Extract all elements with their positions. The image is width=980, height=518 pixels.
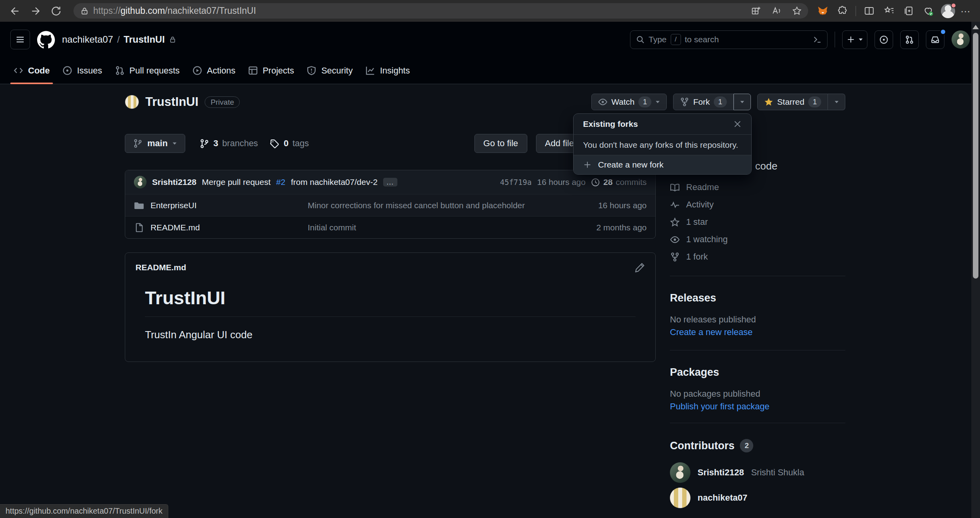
create-new-fork-button[interactable]: Create a new fork — [574, 155, 751, 174]
create-release-link[interactable]: Create a new release — [670, 327, 845, 337]
commit-pr-link[interactable]: #2 — [276, 177, 285, 187]
commit-author-avatar[interactable] — [134, 176, 147, 188]
contributor-row[interactable]: Srishti2128 Srishti Shukla — [670, 461, 845, 484]
metamask-extension-button[interactable] — [814, 2, 832, 20]
folder-icon — [134, 200, 144, 211]
workspaces-button[interactable] — [747, 4, 764, 18]
breadcrumb-repo-link[interactable]: TrustInUI — [124, 34, 165, 45]
star-dropdown-button[interactable] — [828, 94, 845, 110]
contributor-avatar[interactable] — [670, 488, 690, 508]
sidebar-item-forks[interactable]: 1 fork — [670, 248, 845, 266]
address-bar[interactable]: https://github.com/nachiketa07/TrustInUI — [73, 3, 808, 19]
split-screen-button[interactable] — [860, 2, 878, 20]
breadcrumb: nachiketa07 / TrustInUI — [62, 34, 177, 45]
lock-icon — [80, 6, 89, 16]
commit-ellipsis-button[interactable]: … — [383, 178, 397, 186]
browser-essentials-button[interactable] — [919, 2, 937, 20]
commit-message-tail[interactable]: from nachiketa07/dev-2 — [291, 177, 377, 187]
git-branch-icon — [133, 139, 143, 148]
packages-heading[interactable]: Packages — [670, 366, 845, 379]
releases-heading[interactable]: Releases — [670, 292, 845, 304]
tab-code[interactable]: Code — [7, 57, 56, 84]
url-path: /nachiketa07/TrustInUI — [165, 6, 256, 16]
create-fork-label: Create a new fork — [598, 160, 664, 170]
edit-pencil-icon[interactable] — [635, 262, 645, 273]
github-logo-icon[interactable] — [37, 31, 55, 49]
commit-author[interactable]: Srishti2128 — [152, 177, 196, 187]
commit-hash[interactable]: 45f719a — [500, 178, 532, 186]
pull-requests-button[interactable] — [900, 30, 919, 49]
contributors-heading[interactable]: Contributors — [670, 440, 734, 452]
search-input[interactable]: Type / to search — [630, 30, 828, 49]
user-avatar-button[interactable] — [952, 30, 970, 49]
tab-pull-requests[interactable]: Pull requests — [109, 57, 186, 84]
tab-projects[interactable]: Projects — [242, 57, 300, 84]
branch-selector[interactable]: main — [125, 134, 185, 153]
create-new-button[interactable] — [842, 30, 867, 49]
close-icon[interactable] — [733, 120, 742, 128]
go-to-file-button[interactable]: Go to file — [474, 134, 527, 153]
git-pull-request-icon — [905, 35, 914, 44]
browser-refresh-button[interactable] — [47, 2, 66, 20]
file-row[interactable]: EnterpriseUI Minor corrections for misse… — [125, 194, 655, 216]
tags-link[interactable]: 0 tags — [270, 138, 309, 149]
issues-button[interactable] — [875, 30, 893, 49]
read-aloud-button[interactable] — [768, 4, 784, 18]
extensions-button[interactable] — [833, 2, 852, 20]
collections-button[interactable] — [880, 2, 898, 20]
file-row[interactable]: README.md Initial commit 2 months ago — [125, 216, 655, 238]
tab-actions[interactable]: Actions — [186, 57, 242, 84]
contributor-avatar[interactable] — [670, 462, 690, 483]
tab-issues[interactable]: Issues — [56, 57, 109, 84]
file-commit-message[interactable]: Minor corrections for missed cancel butt… — [308, 201, 564, 210]
repo-title[interactable]: TrustInUI — [145, 95, 198, 109]
file-name[interactable]: README.md — [150, 223, 200, 232]
book-icon — [670, 183, 680, 192]
file-name[interactable]: EnterpriseUI — [150, 201, 197, 210]
sidebar-item-readme[interactable]: Readme — [670, 179, 845, 196]
branches-link[interactable]: 3 branches — [199, 138, 258, 149]
commit-history-link[interactable]: 28 commits — [591, 177, 647, 187]
browser-settings-menu-button[interactable]: … — [959, 3, 974, 19]
contributor-login[interactable]: nachiketa07 — [698, 493, 747, 503]
favorite-star-button[interactable] — [788, 4, 805, 18]
commit-message[interactable]: Merge pull request — [202, 177, 271, 187]
browser-profile-button[interactable] — [939, 2, 957, 20]
history-clock-icon — [591, 178, 600, 187]
back-arrow-icon — [9, 5, 21, 17]
sidebar-item-activity[interactable]: Activity — [670, 196, 845, 213]
contributor-login[interactable]: Srishti2128 — [698, 467, 744, 478]
watch-button[interactable]: Watch 1 — [591, 94, 667, 110]
sidebar-item-label: Readme — [686, 182, 719, 192]
sidebar-divider — [670, 350, 845, 350]
fork-button[interactable]: Fork 1 — [673, 94, 734, 110]
star-outline-icon — [792, 6, 802, 16]
scrollbar-thumb[interactable] — [973, 33, 978, 279]
page-scrollbar[interactable] — [971, 22, 980, 518]
browser-forward-button[interactable] — [26, 2, 45, 20]
publish-package-link[interactable]: Publish your first package — [670, 401, 845, 412]
tab-security[interactable]: Security — [300, 57, 359, 84]
sidebar-item-watching[interactable]: 1 watching — [670, 231, 845, 248]
tab-insights[interactable]: Insights — [359, 57, 416, 84]
tab-label: Code — [28, 66, 50, 76]
starred-button[interactable]: Starred 1 — [757, 94, 828, 110]
readme-filename[interactable]: README.md — [135, 263, 186, 272]
extensions-puzzle-icon — [837, 5, 848, 17]
repo-page: TrustInUI Private Watch 1 Fork 1 — [0, 84, 980, 518]
notification-dot — [940, 29, 946, 35]
file-commit-time: 2 months ago — [564, 223, 647, 232]
notifications-inbox-button[interactable] — [926, 30, 944, 49]
global-nav-menu-button[interactable] — [10, 30, 30, 49]
url-text: https://github.com/nachiketa07/TrustInUI — [93, 6, 743, 16]
breadcrumb-owner-link[interactable]: nachiketa07 — [62, 34, 113, 45]
add-tab-group-button[interactable] — [899, 2, 918, 20]
file-commit-message[interactable]: Initial commit — [308, 223, 564, 232]
command-palette-icon[interactable] — [813, 35, 822, 44]
browser-back-button[interactable] — [6, 2, 24, 20]
table-icon — [248, 66, 258, 75]
contributor-row[interactable]: nachiketa07 — [670, 486, 845, 509]
scrollbar-up-arrow-icon[interactable] — [972, 25, 979, 29]
fork-dropdown-button[interactable] — [734, 94, 751, 110]
sidebar-item-stars[interactable]: 1 star — [670, 213, 845, 231]
